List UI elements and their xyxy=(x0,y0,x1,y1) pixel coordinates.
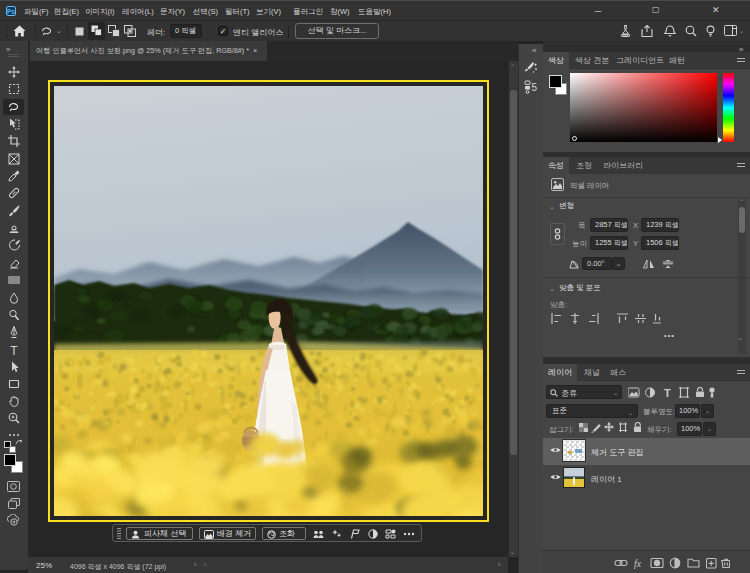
svg-text:T: T xyxy=(664,387,671,398)
svg-text:fx: fx xyxy=(634,558,642,569)
svg-text:5: 5 xyxy=(532,82,538,93)
svg-text:T: T xyxy=(10,344,18,356)
